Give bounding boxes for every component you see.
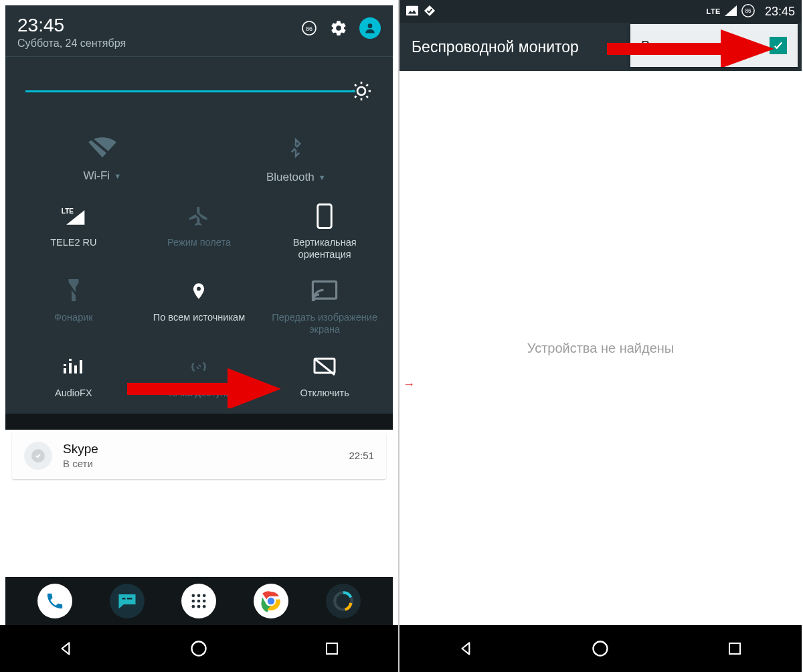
svg-rect-48: [127, 383, 234, 395]
rotation-tile[interactable]: Вертикальная ориентация: [262, 203, 387, 260]
svg-text:LTE: LTE: [62, 207, 74, 215]
check-status-icon: [424, 5, 436, 19]
nav-recents-button[interactable]: [725, 639, 745, 659]
rotation-label: Вертикальная ориентация: [271, 236, 378, 260]
svg-rect-25: [69, 359, 72, 361]
cellular-tile[interactable]: LTE TELE2 RU: [11, 203, 137, 260]
svg-rect-21: [69, 363, 72, 373]
nav-bar: [399, 625, 802, 672]
quick-settings-panel: 23:45 Суббота, 24 сентября 86: [5, 5, 393, 414]
svg-line-8: [355, 84, 356, 86]
svg-rect-53: [729, 643, 740, 654]
svg-point-19: [313, 299, 315, 301]
profile-avatar-icon[interactable]: [359, 17, 381, 39]
svg-point-38: [203, 600, 206, 603]
svg-point-34: [197, 594, 201, 598]
home-background-strip: [5, 414, 393, 430]
flashlight-tile[interactable]: Фонарик: [11, 278, 137, 335]
cast-icon: [311, 278, 338, 305]
phone-app-icon[interactable]: [37, 584, 72, 618]
empty-state-text: Устройства не найдены: [527, 341, 674, 356]
cellular-label: TELE2 RU: [50, 236, 96, 248]
flashlight-icon: [60, 278, 87, 305]
signal-icon: [725, 5, 737, 18]
nav-recents-button[interactable]: [322, 639, 342, 659]
brightness-track[interactable]: [25, 90, 355, 92]
wifi-tile[interactable]: Wi-Fi▼: [5, 135, 199, 184]
svg-text:86: 86: [306, 25, 313, 32]
airplane-icon: [185, 203, 212, 230]
camera-app-icon[interactable]: [326, 584, 361, 618]
svg-rect-54: [607, 43, 727, 55]
svg-point-40: [197, 605, 201, 608]
nav-back-button[interactable]: [56, 639, 76, 659]
brightness-slider[interactable]: [5, 80, 393, 118]
gallery-status-icon: [406, 5, 418, 18]
svg-line-9: [366, 96, 367, 97]
notification-subtitle: В сети: [63, 458, 98, 469]
skype-notif-icon: [24, 442, 52, 470]
location-label: По всем источникам: [153, 311, 245, 323]
nav-back-button[interactable]: [456, 639, 476, 659]
chevron-down-icon: ▼: [114, 172, 121, 180]
bluetooth-tile[interactable]: Bluetooth▼: [199, 135, 393, 184]
annotation-arrow-left: [127, 368, 281, 408]
svg-rect-32: [127, 598, 132, 600]
qs-primary-row: Wi-Fi▼ Bluetooth▼: [5, 118, 393, 184]
audiofx-tile[interactable]: AudioFX: [11, 353, 137, 399]
battery-badge-icon[interactable]: 86: [300, 19, 318, 37]
notification-skype[interactable]: Skype В сети 22:51: [12, 432, 386, 479]
svg-rect-31: [122, 598, 125, 600]
svg-point-41: [203, 605, 206, 608]
flashlight-label: Фонарик: [54, 311, 93, 323]
appbar-title: Беспроводной монитор: [412, 38, 579, 56]
clock-time: 23:45: [17, 15, 126, 36]
portrait-lock-icon: [311, 203, 338, 230]
divider: [5, 56, 393, 57]
svg-line-10: [355, 96, 356, 97]
svg-point-36: [192, 600, 195, 603]
location-tile[interactable]: По всем источникам: [137, 278, 262, 335]
svg-rect-23: [80, 360, 82, 373]
notification-title: Skype: [63, 442, 98, 456]
svg-rect-20: [64, 368, 66, 373]
svg-line-11: [366, 84, 367, 86]
status-bar: LTE 86 23:45: [399, 0, 802, 23]
wifi-label: Wi-Fi: [83, 169, 110, 183]
status-time: 23:45: [765, 5, 795, 19]
svg-rect-47: [327, 643, 337, 654]
nav-bar: [0, 625, 398, 672]
svg-point-35: [203, 594, 206, 598]
phone-wireless-display: LTE 86 23:45 Беспроводной монитор Включи…: [399, 0, 802, 672]
svg-rect-22: [74, 365, 77, 373]
screen-off-icon: [311, 353, 338, 380]
annotation-mini-arrow: →: [403, 377, 415, 392]
svg-text:86: 86: [745, 8, 751, 14]
svg-point-2: [368, 23, 373, 28]
cast-tile[interactable]: Передать изображение экрана: [262, 278, 387, 335]
notification-time: 22:51: [349, 450, 374, 461]
annotation-arrow-right: [607, 29, 774, 67]
bluetooth-label: Bluetooth: [266, 171, 315, 184]
chrome-app-icon[interactable]: [254, 584, 288, 618]
svg-rect-24: [64, 364, 66, 366]
location-pin-icon: [185, 278, 212, 305]
nav-home-button[interactable]: [189, 639, 209, 659]
svg-point-39: [192, 605, 195, 608]
messages-app-icon[interactable]: [110, 584, 145, 618]
battery-badge-icon: 86: [741, 3, 755, 20]
lte-signal-icon: LTE: [60, 203, 87, 230]
clock-date: Суббота, 24 сентября: [17, 37, 126, 50]
app-drawer-icon[interactable]: [181, 584, 216, 618]
settings-gear-icon[interactable]: [330, 19, 347, 37]
home-dock: [5, 577, 393, 625]
airplane-tile[interactable]: Режим полета: [137, 203, 262, 260]
nav-home-button[interactable]: [590, 639, 610, 659]
content-area: Устройства не найдены: [399, 71, 802, 625]
equalizer-icon: [60, 353, 87, 380]
disable-label: Отключить: [300, 387, 349, 399]
clock-block[interactable]: 23:45 Суббота, 24 сентября: [17, 15, 126, 50]
airplane-label: Режим полета: [167, 236, 231, 248]
audiofx-label: AudioFX: [55, 387, 92, 399]
svg-rect-16: [318, 204, 331, 228]
